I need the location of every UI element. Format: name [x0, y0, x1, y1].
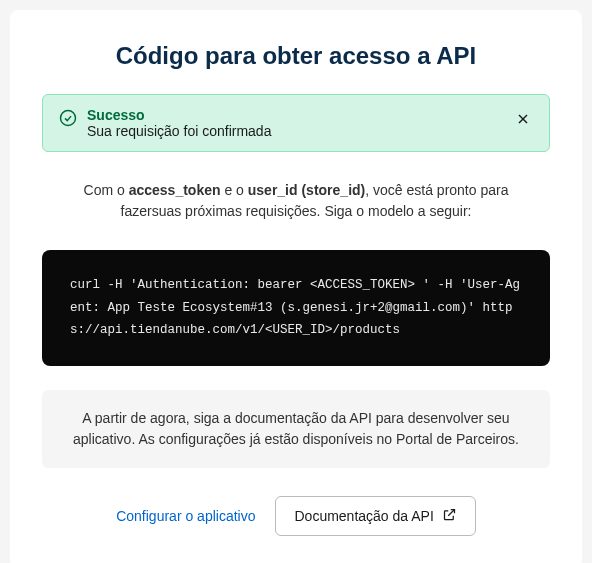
code-block: curl -H 'Authentication: bearer <ACCESS_…	[42, 250, 550, 366]
alert-title: Sucesso	[87, 107, 503, 123]
info-mid1: e o	[221, 182, 248, 198]
configure-app-button[interactable]: Configurar o aplicativo	[116, 508, 255, 524]
note-box: A partir de agora, siga a documentação d…	[42, 390, 550, 468]
button-row: Configurar o aplicativo Documentação da …	[42, 496, 550, 536]
close-icon	[515, 115, 531, 130]
info-prefix: Com o	[84, 182, 129, 198]
close-alert-button[interactable]	[513, 109, 533, 132]
info-token2: user_id (store_id)	[248, 182, 365, 198]
info-token1: access_token	[129, 182, 221, 198]
info-text: Com o access_token e o user_id (store_id…	[42, 180, 550, 222]
api-docs-button[interactable]: Documentação da API	[275, 496, 475, 536]
check-circle-icon	[59, 109, 77, 131]
code-content: curl -H 'Authentication: bearer <ACCESS_…	[70, 278, 520, 337]
alert-message: Sua requisição foi confirmada	[87, 123, 503, 139]
external-link-icon	[442, 507, 457, 525]
page-title: Código para obter acesso a API	[42, 42, 550, 70]
svg-point-0	[61, 111, 76, 126]
alert-content: Sucesso Sua requisição foi confirmada	[87, 107, 503, 139]
api-access-card: Código para obter acesso a API Sucesso S…	[10, 10, 582, 563]
success-alert: Sucesso Sua requisição foi confirmada	[42, 94, 550, 152]
api-docs-label: Documentação da API	[294, 508, 433, 524]
